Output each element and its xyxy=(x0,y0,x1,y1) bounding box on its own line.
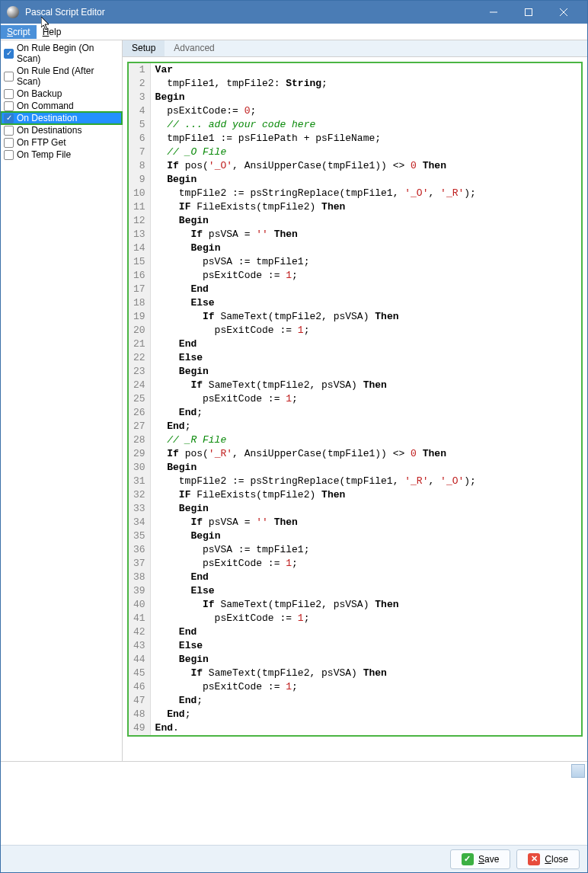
app-icon xyxy=(7,6,19,18)
sidebar-label: On Command xyxy=(17,101,74,111)
sidebar: On Rule Begin (On Scan)On Rule End (Afte… xyxy=(1,40,123,761)
checkbox[interactable] xyxy=(4,72,14,82)
sidebar-item-on-destination[interactable]: On Destination xyxy=(1,112,122,124)
sidebar-label: On Temp File xyxy=(17,149,71,160)
output-panel[interactable] xyxy=(1,761,587,845)
check-icon: ✓ xyxy=(462,853,474,865)
code-content[interactable]: Var tmpFile1, tmpFile2: String;Begin psE… xyxy=(151,63,481,735)
maximize-button[interactable] xyxy=(511,1,546,24)
sidebar-item-on-command[interactable]: On Command xyxy=(1,100,122,112)
x-icon: ✕ xyxy=(528,853,540,865)
checkbox[interactable] xyxy=(4,126,14,136)
checkbox[interactable] xyxy=(4,101,14,111)
sidebar-item-on-temp-file[interactable]: On Temp File xyxy=(1,149,122,161)
close-button[interactable]: ✕ Close xyxy=(516,849,580,869)
sidebar-label: On Backup xyxy=(17,88,62,99)
checkbox[interactable] xyxy=(4,138,14,148)
sidebar-item-on-backup[interactable]: On Backup xyxy=(1,88,122,100)
titlebar[interactable]: Pascal Script Editor xyxy=(1,1,587,24)
sidebar-item-on-destinations[interactable]: On Destinations xyxy=(1,124,122,136)
sidebar-item-on-rule-begin-on-scan-[interactable]: On Rule Begin (On Scan) xyxy=(1,42,122,65)
tab-advanced[interactable]: Advanced xyxy=(165,40,223,56)
sidebar-label: On Destination xyxy=(17,113,77,123)
sidebar-label: On Destinations xyxy=(17,125,81,136)
svg-rect-1 xyxy=(526,9,532,16)
close-window-button[interactable] xyxy=(546,1,581,24)
sidebar-label: On Rule Begin (On Scan) xyxy=(17,43,119,64)
minimize-button[interactable] xyxy=(476,1,511,24)
sidebar-label: On Rule End (After Scan) xyxy=(17,66,119,87)
menu-help[interactable]: Help xyxy=(37,25,68,39)
sidebar-item-on-rule-end-after-scan-[interactable]: On Rule End (After Scan) xyxy=(1,65,122,88)
checkbox[interactable] xyxy=(4,114,14,123)
window-title: Pascal Script Editor xyxy=(25,7,476,18)
save-button[interactable]: ✓ Save xyxy=(450,849,510,869)
line-gutter: 1234567891011121314151617181920212223242… xyxy=(129,63,151,735)
save-label: S xyxy=(478,854,484,865)
tab-bar: SetupAdvanced xyxy=(123,40,587,57)
checkbox[interactable] xyxy=(4,150,14,160)
sidebar-item-on-ftp-get[interactable]: On FTP Get xyxy=(1,136,122,149)
menu-script[interactable]: Script xyxy=(1,25,37,39)
close-label: C xyxy=(545,854,551,865)
sidebar-label: On FTP Get xyxy=(17,137,66,148)
menubar: ScriptHelp xyxy=(1,24,587,40)
footer: ✓ Save ✕ Close xyxy=(1,845,587,872)
checkbox[interactable] xyxy=(4,89,14,99)
checkbox[interactable] xyxy=(4,49,14,59)
editor-area[interactable]: 1234567891011121314151617181920212223242… xyxy=(123,57,587,761)
tab-setup[interactable]: Setup xyxy=(123,40,165,56)
